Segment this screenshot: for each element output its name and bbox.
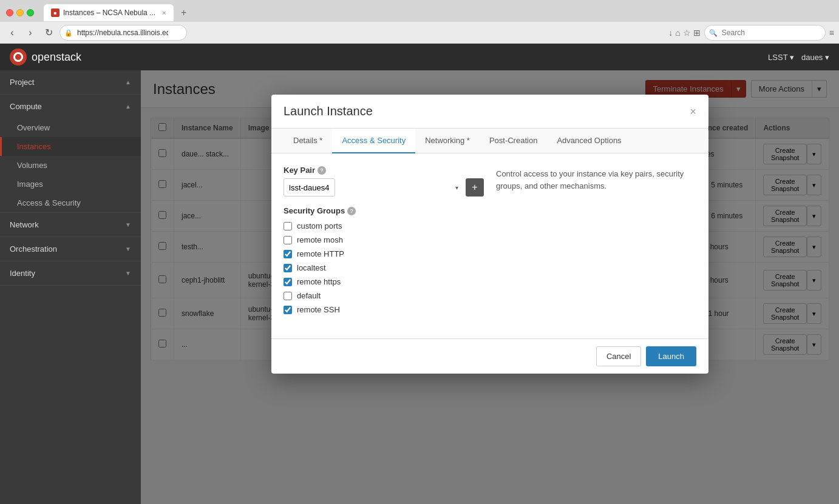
sg-checkbox-remote-https[interactable]: [284, 278, 292, 286]
sg-item-remote-mosh: remote mosh: [284, 233, 484, 247]
sg-item-localtest: localtest: [284, 261, 484, 275]
user-menu[interactable]: daues ▾: [801, 53, 829, 62]
modal-header: Launch Instance ×: [271, 95, 708, 129]
sidebar-header-identity[interactable]: Identity ▼: [0, 261, 141, 285]
add-keypair-btn[interactable]: +: [466, 178, 484, 197]
keypair-row: lsst-daues4 ▾ +: [284, 178, 484, 197]
tab-title: Instances – NCSA Nebula ...: [63, 8, 155, 17]
sg-label-remote-ssh: remote SSH: [297, 305, 340, 314]
sidebar-section-project: Project ▲: [0, 70, 141, 95]
security-groups-label: Security Groups ?: [284, 206, 484, 215]
security-groups-group: Security Groups ? custom ports: [284, 206, 484, 317]
sidebar-section-compute: Compute ▲ Overview Instances Volumes Ima…: [0, 95, 141, 213]
keypair-label: Key Pair ?: [284, 166, 484, 175]
tab-post-creation[interactable]: Post-Creation: [480, 129, 547, 153]
launch-btn[interactable]: Launch: [646, 346, 696, 366]
sidebar-item-instances[interactable]: Instances: [0, 137, 141, 156]
sidebar-header-compute[interactable]: Compute ▲: [0, 95, 141, 118]
sg-label-default: default: [297, 291, 321, 300]
browser-tab[interactable]: ■ Instances – NCSA Nebula ... ✕: [44, 4, 174, 21]
browser-search-input[interactable]: [704, 25, 826, 41]
sg-checkbox-remote-mosh[interactable]: [284, 236, 292, 244]
security-groups-help-icon[interactable]: ?: [347, 207, 356, 215]
brand-label: openstack: [32, 51, 81, 64]
window-controls: [6, 9, 34, 16]
sidebar-item-images[interactable]: Images: [0, 175, 141, 193]
search-wrap: 🔍: [704, 25, 826, 41]
tab-favicon: ■: [51, 8, 59, 17]
url-bar-wrap: 🔒: [59, 25, 665, 41]
modal-form: Key Pair ? lsst-daues4: [284, 166, 484, 326]
sidebar-item-overview[interactable]: Overview: [0, 118, 141, 137]
sidebar-item-volumes[interactable]: Volumes: [0, 156, 141, 175]
forward-btn[interactable]: ›: [23, 25, 38, 40]
modal-footer: Cancel Launch: [271, 338, 708, 374]
launch-instance-modal: Launch Instance × Details * Access & Sec…: [271, 95, 708, 374]
browser-titlebar: ■ Instances – NCSA Nebula ... ✕ +: [0, 0, 839, 22]
tab-close-btn[interactable]: ✕: [161, 10, 166, 16]
minimize-window-btn[interactable]: [16, 9, 24, 16]
openstack-logo: openstack: [10, 49, 81, 66]
project-selector[interactable]: LSST ▾: [768, 53, 794, 62]
sidebar-item-access-security[interactable]: Access & Security: [0, 193, 141, 212]
sg-checkbox-default[interactable]: [284, 292, 292, 300]
sg-checkbox-localtest[interactable]: [284, 264, 292, 272]
sg-label-remote-https: remote https: [297, 277, 341, 286]
browser-toolbar: ‹ › ↻ 🔒 ↓ ⌂ ☆ ⊞ 🔍 ≡: [0, 22, 839, 44]
download-icon[interactable]: ↓: [668, 28, 673, 38]
tab-details[interactable]: Details *: [284, 129, 332, 153]
tab-networking[interactable]: Networking *: [415, 129, 480, 153]
sg-checkbox-remote-http[interactable]: [284, 250, 292, 258]
openstack-icon: [10, 49, 27, 66]
sg-item-remote-http: remote HTTP: [284, 247, 484, 261]
cancel-btn[interactable]: Cancel: [596, 346, 641, 366]
sg-item-custom-ports: custom ports: [284, 219, 484, 233]
sidebar-section-orchestration: Orchestration ▼: [0, 237, 141, 261]
url-bar[interactable]: [59, 25, 187, 41]
sidebar-header-orchestration[interactable]: Orchestration ▼: [0, 237, 141, 261]
sg-label-custom-ports: custom ports: [297, 221, 342, 230]
menu-icon[interactable]: ≡: [829, 28, 834, 38]
main-layout: Project ▲ Compute ▲ Overview Instances V…: [0, 70, 839, 504]
sg-item-remote-ssh: remote SSH: [284, 303, 484, 317]
compute-chevron: ▲: [125, 103, 131, 110]
modal-overlay: Launch Instance × Details * Access & Sec…: [141, 70, 839, 504]
tab-access-security[interactable]: Access & Security: [332, 129, 415, 153]
back-btn[interactable]: ‹: [5, 25, 19, 40]
sg-label-remote-mosh: remote mosh: [297, 235, 343, 244]
modal-help-text: Control access to your instance via key …: [496, 166, 696, 326]
sidebar: Project ▲ Compute ▲ Overview Instances V…: [0, 70, 141, 504]
sg-item-default: default: [284, 289, 484, 303]
keypair-select[interactable]: lsst-daues4: [284, 178, 335, 197]
orchestration-section-label: Orchestration: [10, 244, 57, 254]
openstack-icon-inner: [13, 52, 23, 62]
compute-section-label: Compute: [10, 102, 42, 111]
security-groups-list: custom ports remote mosh: [284, 219, 484, 317]
close-window-btn[interactable]: [6, 9, 13, 16]
content-area: Instances Terminate Instances ▾ More Act…: [141, 70, 839, 504]
tab-advanced-options[interactable]: Advanced Options: [547, 129, 631, 153]
sg-checkbox-custom-ports[interactable]: [284, 222, 292, 230]
star-icon[interactable]: ☆: [683, 28, 691, 38]
maximize-window-btn[interactable]: [27, 9, 34, 16]
sg-label-localtest: localtest: [297, 263, 326, 272]
sg-item-remote-https: remote https: [284, 275, 484, 289]
modal-content-inner: Key Pair ? lsst-daues4: [271, 153, 708, 338]
toolbar-icons: ↓ ⌂ ☆ ⊞: [668, 28, 700, 38]
new-tab-btn[interactable]: +: [181, 7, 186, 18]
reload-btn[interactable]: ↻: [41, 25, 56, 40]
sidebar-header-network[interactable]: Network ▼: [0, 213, 141, 237]
modal-tabs: Details * Access & Security Networking *…: [271, 129, 708, 153]
keypair-help-icon[interactable]: ?: [318, 166, 326, 175]
sidebar-section-network: Network ▼: [0, 213, 141, 237]
identity-section-label: Identity: [10, 269, 35, 278]
keypair-select-wrapper: lsst-daues4 ▾: [284, 178, 463, 197]
bookmark-icon[interactable]: ⊞: [693, 28, 701, 38]
sg-checkbox-remote-ssh[interactable]: [284, 306, 292, 314]
modal-close-btn[interactable]: ×: [690, 106, 696, 117]
sidebar-header-project[interactable]: Project ▲: [0, 70, 141, 94]
network-chevron: ▼: [125, 221, 131, 228]
home-icon[interactable]: ⌂: [675, 28, 680, 38]
orchestration-chevron: ▼: [125, 246, 131, 252]
app-header: openstack LSST ▾ daues ▾: [0, 44, 839, 70]
